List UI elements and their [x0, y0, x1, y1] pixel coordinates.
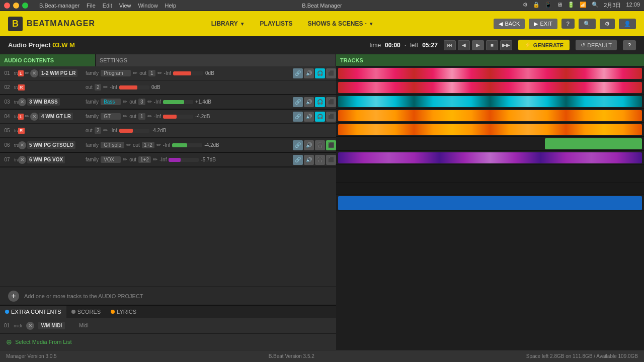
family-edit-01[interactable]: ✏: [133, 70, 137, 76]
family-val-04[interactable]: GT: [101, 113, 121, 120]
settings-tab[interactable]: SETTINGS: [96, 54, 336, 66]
link-btn-01[interactable]: 🔗: [293, 68, 303, 78]
close-btn-06[interactable]: ✕: [18, 141, 26, 149]
family-edit-04[interactable]: ✏: [123, 113, 127, 120]
edit-btn-04[interactable]: ✏: [25, 113, 29, 120]
mac-min-btn[interactable]: [13, 3, 19, 9]
search-button[interactable]: 🔍: [579, 19, 596, 29]
speaker-btn-01[interactable]: 🔊: [304, 68, 314, 78]
fader-02[interactable]: [119, 85, 149, 89]
headphone-btn-06[interactable]: 🎧: [315, 140, 325, 150]
out-val-01a[interactable]: 1: [148, 70, 155, 76]
select-media-row[interactable]: ⊕ Select Media From List: [0, 334, 336, 350]
transport-controls[interactable]: ⏮ ◀ ▶ ■ ▶▶: [444, 40, 512, 50]
close-btn-07[interactable]: ✕: [18, 156, 26, 164]
stop-button[interactable]: ■: [486, 40, 498, 50]
mac-menu[interactable]: B.Beat-manager File Edit View Window Hel…: [39, 3, 176, 9]
user-button[interactable]: 👤: [619, 19, 636, 29]
family-edit-03[interactable]: ✏: [123, 99, 127, 105]
back-button[interactable]: ◀ BACK: [494, 19, 525, 29]
out-edit-01a[interactable]: ✏: [157, 70, 162, 76]
speaker-btn-04[interactable]: 🔊: [304, 112, 314, 122]
extra-btn-07[interactable]: ⬛: [326, 155, 336, 165]
fader-01a[interactable]: [173, 71, 203, 75]
link-btn-06[interactable]: 🔗: [293, 140, 303, 150]
out-val-07[interactable]: 1+2: [138, 156, 151, 163]
out-edit-06[interactable]: ✏: [156, 142, 161, 148]
default-button[interactable]: ↺ DEFAULT: [576, 40, 617, 50]
headphone-btn-03[interactable]: 🎧: [315, 97, 325, 107]
mac-close-btn[interactable]: [4, 3, 10, 9]
out-edit-04a[interactable]: ✏: [147, 113, 152, 120]
generate-button[interactable]: ⚡ GENERATE: [518, 40, 570, 50]
family-val-06[interactable]: GT solo: [101, 142, 124, 148]
nav-shows-scenes[interactable]: SHOWS & SCENES - ▼: [307, 20, 373, 27]
speaker-btn-03[interactable]: 🔊: [304, 97, 314, 107]
speaker-btn-06[interactable]: 🔊: [304, 140, 314, 150]
menu-app[interactable]: B.Beat-manager: [39, 3, 79, 9]
scores-tab[interactable]: SCORES: [66, 306, 106, 318]
help-button[interactable]: ?: [561, 19, 575, 29]
mac-max-btn[interactable]: [22, 3, 28, 9]
out-edit-07[interactable]: ✏: [153, 156, 157, 163]
headphone-btn-01[interactable]: 🎧: [315, 68, 325, 78]
out-val-06[interactable]: 1+2: [142, 142, 154, 148]
out-val-05[interactable]: 2: [95, 127, 102, 134]
play-button[interactable]: ▶: [472, 40, 484, 50]
close-btn-01[interactable]: ✕: [30, 69, 38, 77]
next-button[interactable]: ▶▶: [500, 40, 512, 50]
menu-help[interactable]: Help: [165, 3, 177, 9]
db-03: +1.4dB: [195, 99, 213, 105]
audio-contents-tab[interactable]: AUDIO CONTENTS: [0, 54, 96, 66]
transport-area: time 00:00 · left 05:27 ⏮ ◀ ▶ ■ ▶▶ ⚡ GEN…: [369, 40, 636, 50]
fader-05[interactable]: [119, 129, 149, 133]
menu-edit[interactable]: Edit: [103, 3, 112, 9]
headphone-btn-04[interactable]: 🎧: [315, 112, 325, 122]
nav-library[interactable]: LIBRARY ▼: [211, 20, 245, 27]
out-edit-03[interactable]: ✏: [147, 99, 152, 105]
extra-btn-03[interactable]: ⬛: [326, 97, 336, 107]
family-val-01[interactable]: Program: [101, 70, 131, 76]
fader-03[interactable]: [163, 100, 193, 104]
mac-window-controls[interactable]: [4, 3, 28, 9]
extra-btn-01[interactable]: ⬛: [326, 68, 336, 78]
extra-contents-tab[interactable]: EXTRA CONTENTS: [0, 306, 66, 318]
prev-button[interactable]: ◀: [458, 40, 470, 50]
rewind-button[interactable]: ⏮: [444, 40, 456, 50]
link-btn-04[interactable]: 🔗: [293, 112, 303, 122]
extra-btn-04[interactable]: ⬛: [326, 112, 336, 122]
out-edit-02[interactable]: ✏: [103, 84, 108, 90]
info-button[interactable]: ?: [623, 40, 636, 50]
lyrics-tab[interactable]: LYRICS: [106, 306, 141, 318]
close-btn-04[interactable]: ✕: [30, 113, 38, 121]
add-track-bar[interactable]: + Add one or more tracks to the AUDIO PR…: [0, 287, 336, 305]
extra-close-01[interactable]: ✕: [26, 322, 34, 330]
menu-window[interactable]: Window: [138, 3, 157, 9]
family-edit-06[interactable]: ✏: [126, 142, 131, 148]
fader-06[interactable]: [172, 143, 202, 147]
exit-button[interactable]: ▶ EXIT: [529, 19, 557, 29]
speaker-btn-07[interactable]: 🔊: [304, 155, 314, 165]
add-track-button[interactable]: +: [8, 291, 19, 302]
inf-06: -Inf: [163, 142, 170, 148]
settings-button[interactable]: ⚙: [600, 19, 615, 29]
extra-btn-06[interactable]: ⬛: [326, 140, 336, 150]
family-edit-07[interactable]: ✏: [123, 156, 127, 163]
family-val-03[interactable]: Bass: [101, 99, 121, 105]
nav-playlists[interactable]: PLAYLISTS: [260, 20, 293, 27]
headphone-btn-07[interactable]: 🎧: [315, 155, 325, 165]
fader-04a[interactable]: [163, 115, 193, 119]
link-btn-03[interactable]: 🔗: [293, 97, 303, 107]
link-btn-07[interactable]: 🔗: [293, 155, 303, 165]
out-val-02[interactable]: 2: [95, 84, 102, 90]
edit-btn-01[interactable]: ✏: [25, 70, 29, 76]
family-val-07[interactable]: VOX: [101, 156, 121, 163]
fader-07[interactable]: [169, 158, 199, 162]
out-val-04a[interactable]: 1: [138, 113, 145, 120]
close-btn-03[interactable]: ✕: [18, 98, 26, 106]
menu-file[interactable]: File: [87, 3, 96, 9]
menu-view[interactable]: View: [119, 3, 131, 9]
out-val-03[interactable]: 3: [138, 99, 145, 105]
lyrics-dot: [111, 310, 115, 314]
out-edit-05[interactable]: ✏: [103, 127, 108, 134]
